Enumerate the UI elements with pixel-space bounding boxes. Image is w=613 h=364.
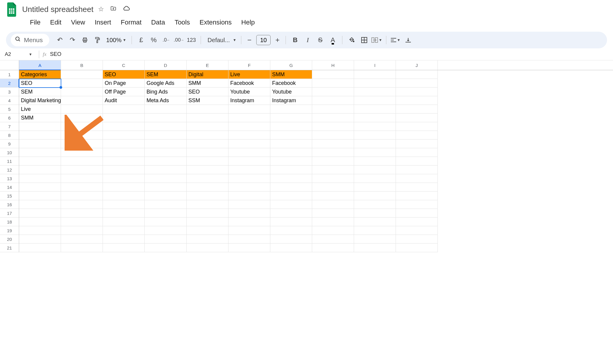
cell[interactable] xyxy=(396,88,438,96)
cell[interactable]: SEM xyxy=(145,70,187,79)
column-header[interactable]: D xyxy=(145,60,187,70)
cell[interactable] xyxy=(228,122,270,131)
cell[interactable] xyxy=(19,183,61,192)
cell[interactable] xyxy=(354,148,396,157)
cell[interactable] xyxy=(270,148,312,157)
cell[interactable] xyxy=(103,140,145,148)
undo-button[interactable]: ↶ xyxy=(54,34,65,46)
cell[interactable] xyxy=(103,122,145,131)
cell[interactable] xyxy=(312,70,354,79)
cell[interactable]: SSM xyxy=(187,96,228,105)
cell[interactable]: SEO xyxy=(19,79,61,88)
menus-search[interactable]: Menus xyxy=(11,34,49,46)
cell[interactable] xyxy=(103,157,145,166)
cell[interactable] xyxy=(312,166,354,174)
cell[interactable] xyxy=(312,244,354,252)
cell[interactable] xyxy=(312,200,354,209)
strikethrough-button[interactable]: S xyxy=(315,34,326,46)
cell[interactable]: Digital Marketing xyxy=(19,96,61,105)
row-header[interactable]: 12 xyxy=(0,166,19,174)
cell[interactable] xyxy=(187,226,228,235)
cell[interactable] xyxy=(145,183,187,192)
cell[interactable] xyxy=(103,192,145,200)
cell[interactable] xyxy=(354,209,396,218)
cell[interactable] xyxy=(19,174,61,183)
cell[interactable] xyxy=(396,218,438,226)
increase-font-button[interactable]: + xyxy=(273,36,282,44)
cell[interactable] xyxy=(396,226,438,235)
cell[interactable] xyxy=(396,209,438,218)
cell[interactable] xyxy=(19,200,61,209)
cell[interactable] xyxy=(396,235,438,244)
select-all-corner[interactable] xyxy=(0,60,19,70)
cell[interactable]: Live xyxy=(19,105,61,114)
menu-help[interactable]: Help xyxy=(237,17,259,27)
cell[interactable] xyxy=(354,131,396,140)
row-header[interactable]: 19 xyxy=(0,226,19,235)
row-header[interactable]: 1 xyxy=(0,70,19,79)
cell[interactable] xyxy=(396,200,438,209)
cell[interactable] xyxy=(270,209,312,218)
cell[interactable] xyxy=(145,235,187,244)
cell[interactable] xyxy=(354,140,396,148)
cell[interactable] xyxy=(61,235,103,244)
align-button[interactable]: ▼ xyxy=(390,34,401,46)
cell[interactable] xyxy=(228,105,270,114)
row-header[interactable]: 10 xyxy=(0,148,19,157)
cell[interactable] xyxy=(228,166,270,174)
cell[interactable] xyxy=(61,192,103,200)
cell[interactable] xyxy=(228,140,270,148)
cell[interactable] xyxy=(312,122,354,131)
cell[interactable] xyxy=(187,174,228,183)
cell[interactable] xyxy=(228,131,270,140)
cell[interactable] xyxy=(145,140,187,148)
cell[interactable] xyxy=(187,183,228,192)
cell[interactable] xyxy=(61,200,103,209)
cell[interactable] xyxy=(19,218,61,226)
cell[interactable] xyxy=(61,174,103,183)
italic-button[interactable]: I xyxy=(302,34,313,46)
menu-insert[interactable]: Insert xyxy=(91,17,115,27)
row-header[interactable]: 9 xyxy=(0,140,19,148)
cell[interactable] xyxy=(270,140,312,148)
cell[interactable] xyxy=(312,79,354,88)
cell[interactable] xyxy=(61,114,103,122)
star-icon[interactable]: ☆ xyxy=(98,5,104,13)
cell[interactable] xyxy=(61,226,103,235)
cell[interactable] xyxy=(61,209,103,218)
cell[interactable] xyxy=(396,114,438,122)
formula-bar[interactable]: fx SEO xyxy=(43,51,61,57)
cell[interactable] xyxy=(312,192,354,200)
cell[interactable]: Facebook xyxy=(228,79,270,88)
cell[interactable] xyxy=(270,192,312,200)
column-header[interactable]: B xyxy=(61,60,103,70)
cell[interactable] xyxy=(103,166,145,174)
cell[interactable] xyxy=(354,174,396,183)
cell[interactable] xyxy=(103,131,145,140)
cell[interactable] xyxy=(187,105,228,114)
cell[interactable] xyxy=(61,131,103,140)
cell[interactable] xyxy=(103,218,145,226)
cell[interactable] xyxy=(396,105,438,114)
cell[interactable] xyxy=(103,226,145,235)
more-formats-button[interactable]: 123 xyxy=(186,34,197,46)
cell[interactable] xyxy=(396,140,438,148)
row-header[interactable]: 2 xyxy=(0,79,19,88)
cell[interactable] xyxy=(270,166,312,174)
cell[interactable]: SEO xyxy=(187,88,228,96)
cell[interactable] xyxy=(187,114,228,122)
cell[interactable] xyxy=(396,148,438,157)
cell[interactable] xyxy=(61,244,103,252)
cell[interactable] xyxy=(270,244,312,252)
cell[interactable] xyxy=(228,183,270,192)
currency-button[interactable]: £ xyxy=(135,34,147,46)
cell[interactable] xyxy=(187,140,228,148)
row-header[interactable]: 13 xyxy=(0,174,19,183)
column-header[interactable]: J xyxy=(396,60,438,70)
text-color-button[interactable]: A xyxy=(327,34,338,46)
cell[interactable] xyxy=(187,200,228,209)
cell[interactable] xyxy=(270,157,312,166)
cell[interactable]: Audit xyxy=(103,96,145,105)
cell[interactable]: SEO xyxy=(103,70,145,79)
cell[interactable] xyxy=(312,131,354,140)
